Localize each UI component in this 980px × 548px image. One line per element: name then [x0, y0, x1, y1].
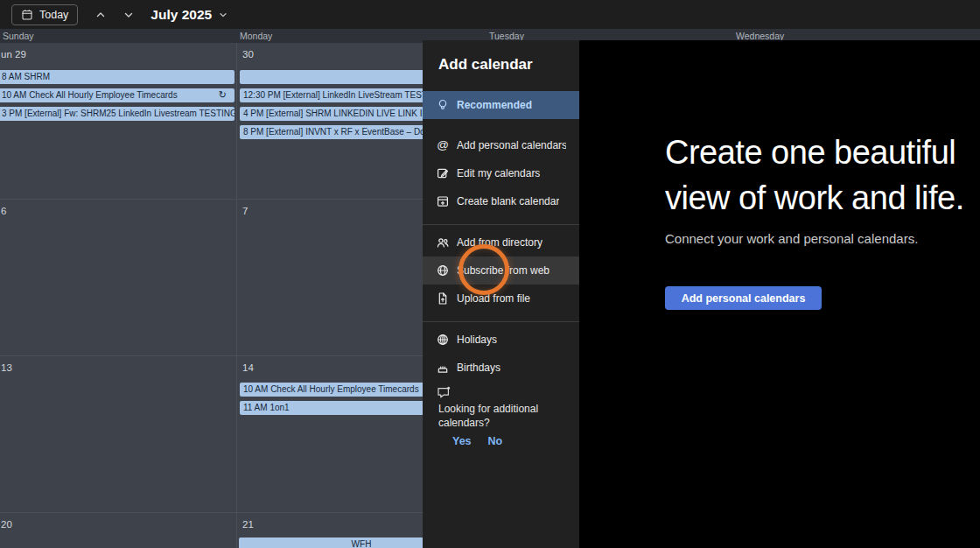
date-label: 30 [242, 49, 254, 60]
day-header-monday: Monday [240, 31, 272, 41]
flyout-item-holidays[interactable]: Holidays [423, 326, 579, 354]
chevron-down-icon [219, 11, 228, 19]
flyout-item-add-personal-calendars[interactable]: @ Add personal calendars [423, 131, 579, 159]
flyout-item-create-blank-calendar[interactable]: Create blank calendar [423, 187, 579, 215]
chevron-up-icon [95, 10, 106, 20]
people-icon [436, 235, 450, 249]
day-cell-jul-20[interactable]: 20 [0, 513, 237, 548]
calendar-toolbar: Today July 2025 [0, 0, 980, 29]
flyout-item-subscribe-from-web[interactable]: Subscribe from web [423, 256, 579, 285]
today-button[interactable]: Today [11, 4, 78, 25]
recurrence-icon: ↻ [219, 88, 227, 102]
date-label: 14 [242, 362, 254, 373]
edit-calendar-icon [436, 166, 450, 180]
flyout-item-add-from-directory[interactable]: Add from directory [423, 228, 579, 256]
yes-link[interactable]: Yes [452, 435, 472, 447]
event-shrm[interactable]: 8 AM SHRM [0, 70, 234, 84]
lightbulb-icon [436, 98, 450, 112]
next-period-button[interactable] [120, 6, 137, 24]
day-cell-jul-6[interactable]: 6 [0, 200, 237, 356]
flyout-title: Add calendar [438, 54, 564, 75]
hero-title-line1: Create one beautiful [665, 130, 980, 175]
flyout-item-label: Create blank calendar [457, 195, 559, 207]
outlook-calendar-app: Today July 2025 Sunday Monday Tuesday We… [0, 0, 980, 548]
no-link[interactable]: No [488, 435, 503, 447]
date-label: 21 [242, 519, 254, 530]
feedback-chat-icon [436, 385, 579, 401]
flyout-item-recommended[interactable]: Recommended [423, 91, 579, 119]
flyout-item-upload-from-file[interactable]: Upload from file [423, 285, 579, 313]
date-label: 6 [1, 206, 6, 216]
date-label: 7 [242, 206, 248, 216]
flyout-item-label: Add personal calendars [457, 139, 566, 151]
flyout-divider [423, 321, 579, 322]
event-label: 10 AM Check All Hourly Employee Timecard… [2, 90, 178, 100]
flyout-item-edit-my-calendars[interactable]: Edit my calendars [423, 159, 579, 187]
date-label: 13 [1, 362, 12, 373]
flyout-item-label: Birthdays [457, 362, 500, 374]
day-cell-jun-29[interactable]: un 29 8 AM SHRM 10 AM Check All Hourly E… [0, 43, 237, 200]
month-label: July 2025 [150, 7, 212, 23]
globe-icon [436, 333, 450, 347]
hero-title: Create one beautiful view of work and li… [665, 130, 980, 221]
today-label: Today [39, 9, 68, 21]
cake-icon [436, 361, 450, 375]
hero-subtitle: Connect your work and personal calendars… [665, 231, 980, 246]
event-check-timecards[interactable]: 10 AM Check All Hourly Employee Timecard… [0, 88, 234, 102]
flyout-nav: Recommended @ Add personal calendars Edi… [423, 91, 579, 447]
calendar-icon [21, 9, 33, 21]
upload-file-icon [436, 292, 450, 306]
previous-period-button[interactable] [92, 6, 109, 24]
feedback-actions: Yes No [423, 435, 579, 447]
month-picker[interactable]: July 2025 [150, 7, 228, 23]
globe-link-icon [436, 263, 450, 278]
flyout-item-label: Recommended [457, 99, 532, 111]
flyout-item-label: Subscribe from web [457, 264, 550, 277]
flyout-item-label: Holidays [457, 334, 497, 346]
flyout-item-label: Add from directory [457, 236, 542, 249]
flyout-item-birthdays[interactable]: Birthdays [423, 354, 579, 382]
chevron-down-icon [123, 10, 134, 20]
add-calendar-flyout: Add calendar Recommended @ Add personal … [423, 40, 579, 548]
flyout-item-label: Upload from file [457, 292, 530, 305]
event-linkedin-livestream-testing[interactable]: 3 PM [External] Fw: SHRM25 LinkedIn Live… [0, 107, 234, 121]
date-label: un 29 [1, 49, 26, 60]
add-personal-calendars-button[interactable]: Add personal calendars [665, 286, 822, 310]
additional-calendars-question: Looking for additional calendars? [438, 402, 565, 430]
new-calendar-icon [436, 194, 450, 208]
date-label: 20 [1, 519, 12, 530]
recommended-hero-panel: Create one beautiful view of work and li… [579, 40, 980, 548]
day-header-sunday: Sunday [3, 31, 34, 41]
flyout-divider [423, 224, 579, 225]
flyout-item-label: Edit my calendars [457, 167, 540, 179]
hero-title-line2: view of work and life. [665, 175, 980, 221]
day-cell-jul-13[interactable]: 13 [0, 356, 237, 513]
at-icon: @ [436, 138, 450, 152]
